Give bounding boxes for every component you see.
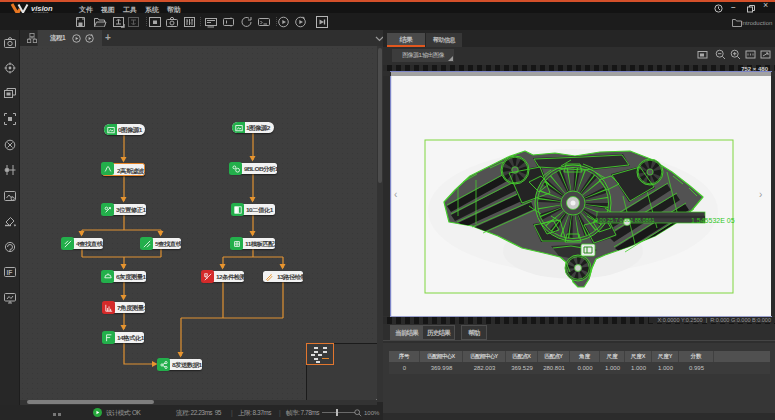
svg-text:IF: IF [6,269,12,276]
svg-text:1.545532E 05: 1.545532E 05 [691,217,735,224]
svg-text:›: › [759,189,762,200]
svg-text:‹: ‹ [394,189,397,200]
svg-text:0.00 25.7 0.001 88.0861: 0.00 25.7 0.001 88.0861 [595,217,655,223]
